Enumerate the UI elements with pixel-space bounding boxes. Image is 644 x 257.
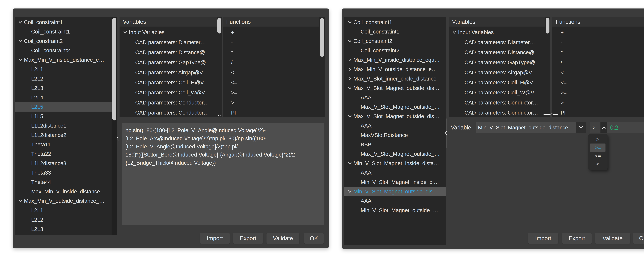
validate-button[interactable]: Validate xyxy=(266,233,300,244)
export-button[interactable]: Export xyxy=(562,233,592,244)
tree-row[interactable]: Max_Min_V_outside_distance_… xyxy=(15,196,117,206)
function-item[interactable]: >= xyxy=(552,88,644,98)
function-item[interactable]: + xyxy=(552,27,644,37)
ok-button[interactable]: OK xyxy=(304,233,324,244)
tree-row[interactable]: L1L5 xyxy=(15,112,117,121)
vertical-splitter-handle[interactable] xyxy=(117,124,120,153)
tree-row[interactable]: Max_V_Slot_Magnet_outside_dis… xyxy=(344,83,446,93)
tree-row[interactable]: BBB xyxy=(344,140,446,149)
import-button[interactable]: Import xyxy=(528,233,558,244)
functions-scrollbar-thumb[interactable] xyxy=(320,18,324,57)
function-item[interactable]: PI xyxy=(223,108,324,117)
function-item[interactable]: PI xyxy=(552,108,644,117)
variable-item[interactable]: CAD parameters: Conductor… xyxy=(449,98,550,108)
tree-row[interactable]: Theta22 xyxy=(15,149,117,158)
variable-item[interactable]: CAD parameters: Conductor… xyxy=(120,98,222,108)
variables-scrollbar-thumb[interactable] xyxy=(546,18,550,34)
variable-item[interactable]: CAD parameters: GapType@… xyxy=(449,58,550,68)
tree-row[interactable]: Theta44 xyxy=(15,178,117,187)
tree-row[interactable]: Coil_constraint1 xyxy=(344,18,446,27)
tree-row[interactable]: Max_Min_V_outside_distance_e… xyxy=(344,64,446,74)
tree-row[interactable]: Max_Min_V_inside_distance… xyxy=(15,187,117,196)
input-variables-root[interactable]: Input Variables xyxy=(449,27,550,37)
variable-item[interactable]: CAD parameters: Diameter… xyxy=(449,37,550,48)
function-item[interactable]: < xyxy=(552,68,644,78)
function-item[interactable]: / xyxy=(223,58,324,68)
variable-item[interactable]: CAD parameters: Coil_H@V… xyxy=(449,78,550,88)
tree-row[interactable]: AAA xyxy=(344,121,446,130)
tree-row[interactable]: MaxVSlotRdistance xyxy=(344,130,446,140)
operator-option[interactable]: >= xyxy=(590,144,606,152)
export-button[interactable]: Export xyxy=(233,233,263,244)
tree-row[interactable]: L2L3 xyxy=(15,83,117,93)
tree-row[interactable]: Min_V_Slot_Magnet_inside_dista… xyxy=(344,158,446,168)
variable-item[interactable]: CAD parameters: Diameter… xyxy=(120,37,222,48)
variable-item[interactable]: CAD parameters: GapType@… xyxy=(120,58,222,68)
function-item[interactable]: - xyxy=(223,37,324,48)
tree-row[interactable]: Min_V_Slot_Magnet_inside_di… xyxy=(344,178,446,187)
horizontal-splitter-handle[interactable] xyxy=(544,113,558,116)
tree-row[interactable]: AAA xyxy=(344,93,446,102)
tree-row[interactable]: Max_V_Slot_inner_circle_distance xyxy=(344,74,446,83)
tree-row[interactable]: L1L2distance1 xyxy=(15,121,117,130)
tree-row[interactable]: L2L1 xyxy=(15,64,117,74)
variable-item[interactable]: CAD parameters: Conductor… xyxy=(449,108,550,117)
ok-button[interactable]: OK xyxy=(633,233,644,244)
tree-row[interactable]: L2L2 xyxy=(15,74,117,83)
function-item[interactable]: <= xyxy=(552,78,644,88)
tree-row[interactable]: Min_V_Slot_Magnet_outside_… xyxy=(344,206,446,215)
tree-row[interactable]: AAA xyxy=(344,168,446,178)
tree-row[interactable]: Theta33 xyxy=(15,168,117,178)
function-item[interactable]: > xyxy=(223,98,324,108)
function-item[interactable]: >= xyxy=(223,88,324,98)
tree-row[interactable]: L2L2 xyxy=(15,215,117,224)
tree-row[interactable]: L1L2distance3 xyxy=(15,158,117,168)
input-variables-root[interactable]: Input Variables xyxy=(120,27,222,37)
function-item[interactable]: - xyxy=(552,37,644,48)
function-item[interactable]: + xyxy=(223,27,324,37)
tree-row[interactable]: Max_V_Slot_Magnet_outside_dis… xyxy=(344,112,446,121)
variable-item[interactable]: CAD parameters: Airgap@V… xyxy=(449,68,550,78)
tree-row[interactable]: Max_Min_V_inside_distance_e… xyxy=(15,55,117,64)
function-item[interactable]: > xyxy=(552,98,644,108)
variable-item[interactable]: CAD parameters: Distance@… xyxy=(449,48,550,58)
tree-row[interactable]: Max_Min_V_inside_distance_equ… xyxy=(344,55,446,64)
tree-row[interactable]: Coil_constraint2 xyxy=(15,46,117,55)
vertical-splitter-handle[interactable] xyxy=(446,118,448,148)
tree-row[interactable]: Theta11 xyxy=(15,140,117,149)
tree-row[interactable]: Coil_constraint1 xyxy=(344,27,446,36)
function-item[interactable]: <= xyxy=(223,78,324,88)
tree-row[interactable]: Coil_constraint1 xyxy=(15,27,117,36)
tree-row[interactable]: Coil_constraint2 xyxy=(344,46,446,55)
tree-row[interactable]: AAA xyxy=(344,196,446,206)
tree-row[interactable]: Coil_constraint2 xyxy=(15,36,117,46)
variable-item[interactable]: CAD parameters: Conductor… xyxy=(120,108,222,117)
operator-option[interactable]: > xyxy=(590,135,606,144)
tree-row[interactable]: L2L4 xyxy=(15,93,117,102)
tree-row[interactable]: Coil_constraint2 xyxy=(344,36,446,46)
operator-select[interactable]: >= xyxy=(590,122,608,133)
value-input[interactable]: 0.2 xyxy=(607,122,644,133)
function-item[interactable]: * xyxy=(552,48,644,58)
variable-select[interactable]: Min_V_Slot_Magnet_outside_distance xyxy=(476,122,586,133)
validate-button[interactable]: Validate xyxy=(595,233,630,244)
tree-row[interactable]: L2L3 xyxy=(15,224,117,234)
tree-row[interactable]: Min_V_Slot_Magnet_outside_dis… xyxy=(344,187,446,196)
tree-scrollbar-thumb[interactable] xyxy=(112,18,116,120)
tree-row[interactable]: L2L5 xyxy=(15,102,117,112)
variables-scrollbar-thumb[interactable] xyxy=(218,18,221,34)
tree-row[interactable]: Max_V_Slot_Magnet_outside_… xyxy=(344,149,446,158)
function-item[interactable]: < xyxy=(223,68,324,78)
expression-editor[interactable]: np.sin((180-(180-[L2_Pole_V_Angle@Induce… xyxy=(122,123,324,225)
tree-row[interactable]: L2L1 xyxy=(15,206,117,215)
import-button[interactable]: Import xyxy=(200,233,230,244)
operator-option[interactable]: < xyxy=(590,160,606,168)
variable-item[interactable]: CAD parameters: Distance@… xyxy=(120,48,222,58)
function-item[interactable]: * xyxy=(223,48,324,58)
tree-row[interactable]: Max_V_Slot_Magnet_outside_… xyxy=(344,102,446,112)
variable-item[interactable]: CAD parameters: Airgap@V… xyxy=(120,68,222,78)
variable-item[interactable]: CAD parameters: Coil_W@V… xyxy=(120,88,222,98)
tree-row[interactable]: Coil_constraint1 xyxy=(15,18,117,27)
operator-option[interactable]: <= xyxy=(590,152,606,160)
function-item[interactable]: / xyxy=(552,58,644,68)
